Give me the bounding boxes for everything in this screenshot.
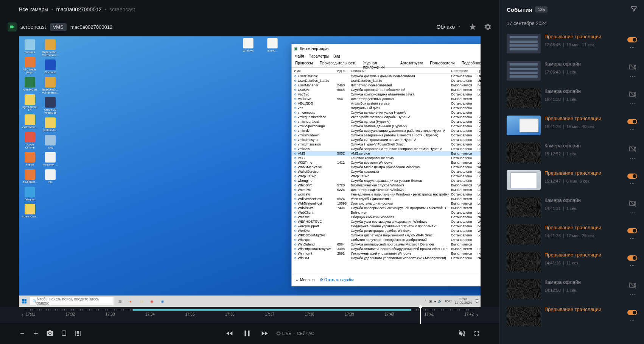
event-menu[interactable]: ⋮: [630, 210, 636, 216]
desktop-shortcut[interactable]: Arena4USB: [22, 77, 38, 91]
event-menu[interactable]: ⋮: [629, 127, 635, 132]
zoom-in-button[interactable]: [33, 330, 39, 337]
service-row[interactable]: wercplsupportПоддержка панели управления…: [292, 224, 481, 228]
service-row[interactable]: vmicheartbeatСлужба пульса (Hyper-V)Оста…: [292, 119, 481, 124]
mute-button[interactable]: [458, 329, 466, 338]
screenshot-button[interactable]: [46, 330, 54, 337]
live-indicator[interactable]: LIVE· СЕЙЧАС: [277, 331, 314, 336]
forward-button[interactable]: [260, 329, 269, 338]
event-toggle[interactable]: [627, 119, 637, 124]
event-menu[interactable]: ⋮: [629, 236, 635, 241]
service-row[interactable]: Wcmsvc5224Диспетчер подключений WindowsВ…: [292, 188, 481, 192]
event-menu[interactable]: ⋮: [629, 181, 635, 186]
service-row[interactable]: UserDataSvc_3a44cUserDataSvc_3a44cОстано…: [292, 78, 481, 83]
desktop-shortcut[interactable]: Telegram: [22, 187, 38, 201]
service-row[interactable]: WEPHOSTSVCСлужба узла поставщика шифрова…: [292, 219, 481, 224]
event-card[interactable]: Прерывание трансляции 14:41:26|17 мин. 2…: [504, 222, 640, 247]
event-menu[interactable]: ⋮: [630, 156, 636, 161]
event-toggle[interactable]: [627, 228, 637, 233]
cloud-dropdown[interactable]: Облако: [437, 24, 462, 30]
explorer-icon[interactable]: ▭: [137, 297, 145, 305]
service-row[interactable]: WdiServiceHost6924Узел службы диагностик…: [292, 197, 481, 201]
timeline-prev[interactable]: ‹: [19, 311, 26, 318]
desktop-file[interactable]: ubuntu...: [264, 38, 280, 52]
event-menu[interactable]: ⋮: [629, 45, 635, 50]
event-toggle[interactable]: [627, 255, 637, 261]
service-row[interactable]: WdNisSvc7436Служба проверки сети антивир…: [292, 206, 481, 210]
service-row[interactable]: vmicguestinterfaceИнтерфейс гостевой слу…: [292, 115, 481, 119]
column-header[interactable]: Группа: [478, 69, 481, 73]
chrome-icon[interactable]: ◉: [148, 297, 156, 305]
video-viewport[interactable]: КорзинаVLC media playerArena4USBagent-pr…: [19, 36, 481, 307]
tray-chevron[interactable]: ˆ: [425, 299, 426, 303]
service-row[interactable]: WalletServiceСлужба кошелькаОстановленоa…: [292, 169, 481, 174]
service-row[interactable]: vmictimesyncСлужба синхронизации времени…: [292, 138, 481, 142]
service-row[interactable]: vmicvmsessionСлужба Hyper-V PowerShell D…: [292, 142, 481, 147]
clip-button[interactable]: [74, 330, 82, 337]
rewind-button[interactable]: [226, 329, 234, 338]
desktop-shortcut[interactable]: agent-preset (?): [22, 94, 38, 111]
taskmgr-tab[interactable]: Подробности: [458, 59, 481, 67]
service-row[interactable]: Winmgmt2892Инструментарий управления Win…: [292, 251, 481, 256]
timeline-cursor[interactable]: [420, 307, 421, 324]
service-row[interactable]: VBoxSDSVirtualBox system serviceОстановл…: [292, 101, 481, 106]
tray-notifications[interactable]: 💬: [475, 299, 479, 303]
windows-taskbar[interactable]: 🔍 Чтобы начать поиск, введите здесь запр…: [19, 296, 481, 307]
firefox-icon[interactable]: ●: [126, 297, 135, 305]
desktop-shortcut[interactable]: Видеонабл... Ростелеком...: [42, 77, 58, 94]
desktop-shortcut[interactable]: ScreenCast...: [22, 204, 38, 218]
service-row[interactable]: WFDSConMgrSvcСлужба диспетчера подключен…: [292, 233, 481, 238]
menu-item[interactable]: Параметры: [309, 54, 329, 58]
event-card[interactable]: Камера офлайн 16:41:28|1 сек. ⋮: [504, 85, 640, 111]
service-row[interactable]: wbengineСлужба модуля архивации на уровн…: [292, 178, 481, 183]
taskmgr-tab[interactable]: Пользователи: [426, 59, 458, 67]
column-header[interactable]: Описание: [351, 69, 451, 73]
taskbar-search[interactable]: 🔍 Чтобы начать поиск, введите здесь запр…: [30, 297, 114, 305]
desktop-shortcut[interactable]: Oracle VM VirtualBox: [42, 97, 58, 114]
service-row[interactable]: vmcomputeСлужба вычисления узлов Hyper-V…: [292, 110, 481, 115]
star-icon[interactable]: [468, 23, 477, 31]
service-row[interactable]: WbioSrvc5720Биометрическая служба Window…: [292, 183, 481, 188]
service-row[interactable]: WiaRpcСобытия получения неподвижных изоб…: [292, 238, 481, 242]
service-row[interactable]: WarpJITSvcWarpJITSvcОстановленоLocalServ…: [292, 174, 481, 178]
desktop-shortcut[interactable]: Видеонабл... Ростелеком...: [42, 39, 58, 56]
service-row[interactable]: VaultSvc964Диспетчер учетных данныхВыпол…: [292, 97, 481, 101]
taskmgr-tab[interactable]: Процессы: [292, 59, 316, 67]
desktop-shortcut[interactable]: mediamtx_...: [42, 152, 58, 166]
column-header[interactable]: ИД п...: [337, 69, 351, 73]
task-manager-window[interactable]: ▣Диспетчер задач ─ ☐ ✕ ФайлПараметрыВид …: [291, 44, 481, 286]
desktop-shortcut[interactable]: Cinematic: [42, 59, 58, 74]
breadcrumb-root[interactable]: Все камеры: [19, 6, 48, 13]
tray-lang[interactable]: РУС: [445, 299, 452, 303]
desktop-shortcut[interactable]: VLC media player: [22, 57, 38, 74]
desktop-shortcut[interactable]: info: [42, 169, 58, 184]
event-menu[interactable]: ⋮: [630, 292, 636, 297]
event-card[interactable]: Камера офлайн 17:06:43|1 сек. ⋮: [504, 58, 640, 84]
service-row[interactable]: W32Time1412Служба времени WindowsВыполня…: [292, 160, 481, 165]
zoom-out-button[interactable]: [19, 330, 26, 337]
bookmark-button[interactable]: [61, 330, 67, 337]
service-row[interactable]: vmicrdvСлужба виртуализации удаленных ра…: [292, 128, 481, 133]
fullscreen-button[interactable]: [473, 330, 481, 337]
filter-icon[interactable]: [630, 5, 637, 14]
service-row[interactable]: UsoSvc6664Служба оркестратора обновлений…: [292, 88, 481, 92]
service-row[interactable]: wcncsvcНемедленные подключения Windows -…: [292, 192, 481, 197]
event-card[interactable]: Прерывание трансляции 14:41:16|11 сек. ⋮: [504, 249, 640, 275]
event-card[interactable]: Прерывание трансляции 16:41:26|15 мин. 4…: [504, 113, 640, 138]
service-row[interactable]: WerSvcСлужба регистрации ошибок WindowsО…: [292, 228, 481, 233]
taskview-icon[interactable]: ⊞: [116, 297, 124, 305]
fewer-details-button[interactable]: Меньше: [296, 278, 314, 282]
event-toggle[interactable]: [627, 310, 637, 315]
service-row[interactable]: VMS5052VMS serviceВыполняется: [292, 151, 481, 156]
menu-item[interactable]: Вид: [333, 54, 340, 58]
service-row[interactable]: vmicvssСлужба запросов на теневое копиро…: [292, 147, 481, 151]
service-row[interactable]: WaaSMedicSvcСлужба Medic центра обновлен…: [292, 165, 481, 169]
service-row[interactable]: WecsvcСборщик событий WindowsОстановлено…: [292, 215, 481, 219]
open-services-link[interactable]: ⚙ Открыть службы: [320, 278, 354, 282]
event-card[interactable]: Прерывание трансляции 15:12:47|6 мин. 6 …: [504, 167, 640, 193]
event-menu[interactable]: ⋮: [629, 317, 635, 323]
column-header[interactable]: Имя: [292, 69, 337, 73]
service-row[interactable]: WinHttpAutoProxySvc3308Служба автоматиче…: [292, 247, 481, 251]
desktop-shortcut[interactable]: vs-firmware...: [22, 114, 38, 129]
menu-item[interactable]: Файл: [295, 54, 304, 58]
